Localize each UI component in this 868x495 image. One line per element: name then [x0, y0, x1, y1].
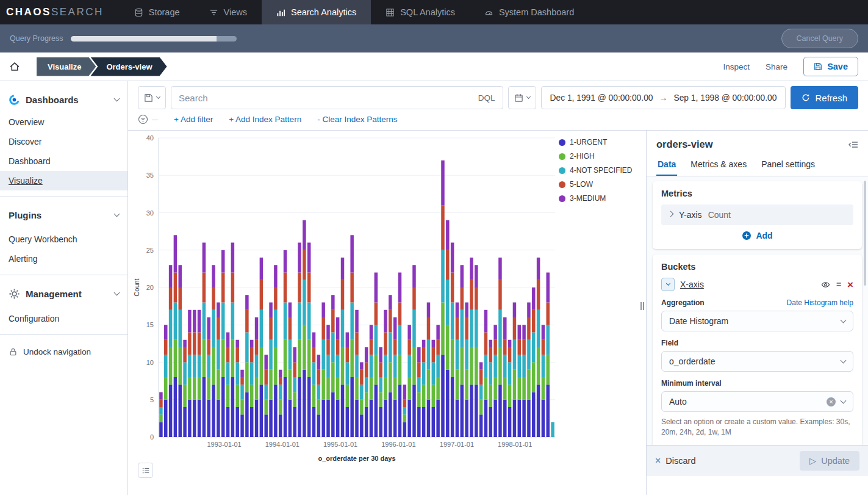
aggregation-select[interactable]: Date Histogram — [661, 311, 853, 331]
aggregation-label-row: Aggregation Date Histogram help — [661, 298, 853, 307]
sidebar-item-overview[interactable]: Overview — [0, 112, 127, 132]
tab-metrics-axes[interactable]: Metrics & axes — [689, 155, 748, 176]
update-button[interactable]: ▷ Update — [800, 451, 859, 471]
search-analytics-icon — [276, 8, 285, 17]
metrics-card: Metrics Y-axis Count Add — [653, 181, 862, 249]
share-link[interactable]: Share — [766, 62, 787, 71]
nav-tab-system-dashboard[interactable]: System Dashboard — [470, 0, 589, 24]
filter-bar: — + Add filter + Add Index Pattern - Cle… — [128, 113, 868, 131]
nav-tab-search-analytics[interactable]: Search Analytics — [262, 0, 371, 24]
min-interval-select[interactable]: Auto × — [661, 391, 853, 412]
legend-item[interactable]: 3-MEDIUM — [559, 194, 637, 203]
legend-label: 1-URGENT — [570, 138, 607, 146]
saved-query-icon — [144, 93, 153, 103]
filter-options-group[interactable]: — — [138, 114, 158, 125]
nav-tab-storage[interactable]: Storage — [120, 0, 195, 24]
discard-button[interactable]: × Discard — [655, 455, 696, 466]
metric-y-axis-row[interactable]: Y-axis Count — [661, 204, 853, 225]
refresh-button[interactable]: Refresh — [791, 86, 858, 109]
sidebar-item-discover[interactable]: Discover — [0, 132, 127, 151]
svg-text:1995-01-01: 1995-01-01 — [323, 441, 357, 448]
legend-item[interactable]: 2-HIGH — [559, 152, 637, 161]
home-button[interactable] — [0, 52, 29, 81]
x-axis-accordion-toggle[interactable] — [661, 278, 675, 291]
undock-navigation[interactable]: Undock navigation — [0, 341, 127, 363]
chevron-down-icon — [114, 96, 120, 102]
field-value: o_orderdate — [669, 356, 716, 366]
chaossearch-logo[interactable]: CHAOSSEARCH — [0, 0, 120, 24]
play-icon: ▷ — [809, 456, 816, 466]
legend-item[interactable]: 1-URGENT — [559, 138, 637, 146]
field-select[interactable]: o_orderdate — [661, 351, 853, 372]
remove-bucket-icon[interactable]: × — [847, 280, 853, 290]
query-progress-bar: Query Progress Cancel Query — [0, 24, 868, 52]
tab-panel-settings[interactable]: Panel settings — [760, 155, 816, 176]
legend-item[interactable]: 4-NOT SPECIFIED — [559, 166, 637, 175]
inspect-link[interactable]: Inspect — [723, 62, 750, 71]
date-histogram-help-link[interactable]: Date Histogram help — [787, 298, 853, 307]
clear-index-patterns-link[interactable]: - Clear Index Patterns — [317, 115, 397, 124]
sidebar-item-dashboard[interactable]: Dashboard — [0, 151, 127, 171]
sidebar: Dashboards Overview Discover Dashboard V… — [0, 81, 128, 495]
svg-text:20: 20 — [146, 284, 154, 291]
legend-label: 3-MEDIUM — [570, 194, 606, 203]
date-picker-menu-button[interactable] — [508, 86, 536, 109]
sidebar-item-query-workbench[interactable]: Query Workbench — [0, 227, 127, 249]
legend-toggle-button[interactable] — [138, 463, 153, 478]
tab-data[interactable]: Data — [656, 155, 677, 176]
sidebar-section-title: Dashboards — [26, 95, 79, 105]
svg-text:1994-01-01: 1994-01-01 — [265, 441, 299, 448]
add-index-pattern-link[interactable]: + Add Index Pattern — [229, 115, 301, 124]
sidebar-section-dashboards[interactable]: Dashboards — [0, 87, 127, 112]
query-language-label[interactable]: DQL — [472, 93, 495, 103]
legend-color-dot — [559, 139, 565, 146]
gear-icon — [9, 288, 20, 300]
logo-light-text: SEARCH — [51, 6, 104, 18]
sidebar-item-visualize[interactable]: Visualize — [0, 171, 127, 190]
home-icon — [9, 61, 20, 72]
sidebar-item-alerting[interactable]: Alerting — [0, 249, 127, 269]
breadcrumb-visualize[interactable]: Visualize — [37, 57, 96, 76]
sidebar-divider — [0, 334, 127, 335]
chevron-down-icon — [841, 317, 847, 323]
min-interval-label: Minimum interval — [661, 379, 722, 388]
x-axis-label[interactable]: X-axis — [680, 280, 704, 289]
field-label: Field — [661, 339, 678, 347]
clear-value-icon[interactable]: × — [827, 397, 836, 406]
orders-histogram-chart[interactable]: 05101520253035401993-01-011994-01-011995… — [132, 133, 559, 466]
aggregation-label: Aggregation — [661, 298, 705, 307]
storage-icon — [134, 8, 143, 17]
content-row: Dashboards Overview Discover Dashboard V… — [0, 81, 868, 495]
chevron-down-icon — [665, 281, 670, 285]
sidebar-item-configuration[interactable]: Configuration — [0, 306, 127, 328]
saved-query-menu-button[interactable] — [138, 86, 166, 109]
save-button[interactable]: Save — [803, 57, 858, 76]
main-area: DQL Dec 1, 1991 @ 00:00:00.00 → Sep 1, 1… — [128, 81, 868, 495]
date-to[interactable]: Sep 1, 1998 @ 00:00:00.00 — [667, 93, 783, 103]
legend-item[interactable]: 5-LOW — [559, 180, 637, 189]
add-filter-link[interactable]: + Add filter — [174, 115, 213, 124]
nav-tab-views[interactable]: Views — [195, 0, 262, 24]
collapse-panel-icon[interactable] — [848, 140, 858, 150]
top-nav-tabs: Storage Views Search Analytics SQL Analy… — [120, 0, 589, 24]
eye-icon[interactable] — [821, 280, 830, 289]
panel-resize-handle[interactable] — [640, 302, 644, 310]
breadcrumb: Visualize Orders-view — [37, 57, 167, 76]
svg-text:Count: Count — [133, 278, 140, 296]
nav-tab-sql-analytics[interactable]: SQL Analytics — [371, 0, 470, 24]
cancel-query-button[interactable]: Cancel Query — [781, 29, 858, 48]
date-from[interactable]: Dec 1, 1991 @ 00:00:00.00 — [544, 93, 659, 103]
search-input[interactable] — [179, 93, 472, 103]
save-icon — [814, 62, 822, 71]
lock-icon — [9, 347, 18, 356]
calendar-icon — [514, 93, 523, 103]
drag-handle-icon[interactable]: = — [836, 280, 841, 289]
sidebar-section-management[interactable]: Management — [0, 281, 127, 306]
breadcrumb-orders-view[interactable]: Orders-view — [90, 57, 167, 76]
svg-text:10: 10 — [146, 359, 154, 366]
chevron-down-icon — [841, 357, 847, 363]
editor-body: Metrics Y-axis Count Add — [647, 176, 868, 445]
sidebar-section-plugins[interactable]: Plugins — [0, 203, 127, 227]
add-metric-button[interactable]: Add — [661, 225, 853, 242]
panel-scrollbar[interactable] — [864, 181, 866, 286]
